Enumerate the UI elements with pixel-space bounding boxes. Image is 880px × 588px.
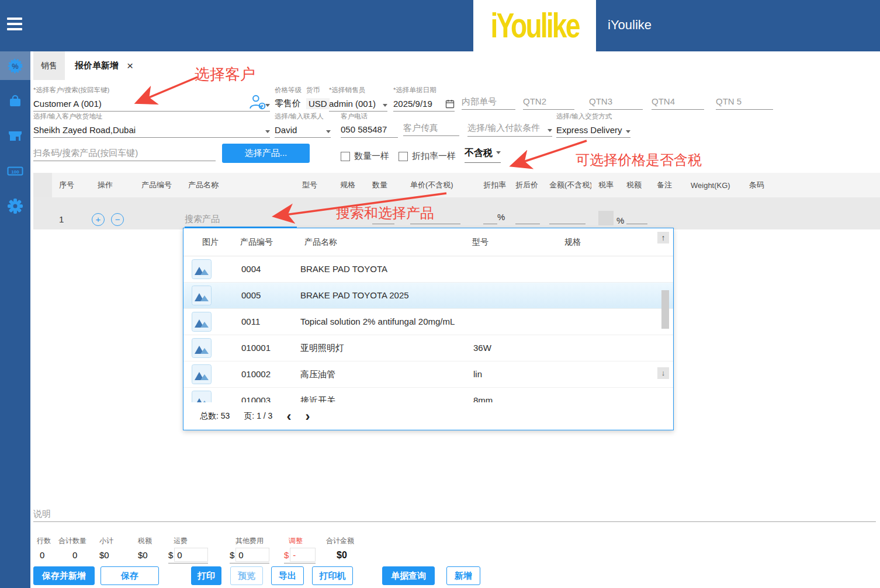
contact-value: David bbox=[275, 125, 297, 135]
picker-row[interactable]: 010002 高压油管 lin bbox=[183, 361, 673, 388]
sidebar-item-finance[interactable]: 100 bbox=[0, 156, 30, 185]
qtn5-input[interactable] bbox=[716, 93, 773, 110]
payment-terms-select[interactable]: 选择/输入付款条件 bbox=[467, 112, 552, 137]
col-remark: 备注 bbox=[650, 180, 684, 190]
internal-no-field[interactable] bbox=[462, 93, 515, 110]
remove-row-button[interactable]: − bbox=[111, 213, 124, 226]
tax-rate-input[interactable] bbox=[598, 211, 614, 225]
stat-value: 0 bbox=[58, 550, 86, 560]
add-customer-button[interactable] bbox=[248, 93, 266, 113]
scrollbar-thumb[interactable] bbox=[661, 290, 669, 329]
qtn4-input[interactable] bbox=[652, 93, 704, 110]
tax-mode-select[interactable]: 不含税 bbox=[465, 147, 501, 163]
product-name: 接近开关 bbox=[300, 395, 335, 402]
annotation-tax-option: 可选择价格是否含税 bbox=[576, 151, 702, 169]
product-image-icon bbox=[192, 259, 212, 281]
sidebar-item-settings[interactable] bbox=[0, 192, 30, 220]
note-input[interactable] bbox=[33, 506, 876, 522]
product-search-input[interactable] bbox=[185, 210, 297, 228]
barcode-scan-input[interactable] bbox=[33, 145, 216, 161]
document-query-button[interactable]: 单据查询 bbox=[382, 566, 435, 585]
currency-sign: $ bbox=[284, 550, 289, 560]
contact-select[interactable]: 选择/输入联系人 David bbox=[275, 112, 331, 138]
save-button[interactable]: 保存 bbox=[101, 566, 159, 585]
stat-value: 0 bbox=[37, 550, 51, 560]
top-header: iYoulike iYoulike bbox=[0, 0, 880, 51]
col-product-name: 产品名称 bbox=[181, 180, 295, 190]
salesman-select[interactable]: *选择销售员 admin (001) bbox=[329, 86, 387, 112]
row-tax-amount bbox=[619, 211, 650, 229]
qtn4-field[interactable] bbox=[652, 93, 704, 110]
other-fee-input[interactable] bbox=[235, 548, 269, 562]
export-button[interactable]: 导出 bbox=[271, 566, 304, 585]
discount-same-checkbox[interactable] bbox=[399, 152, 408, 161]
delivery-method-select[interactable]: 选择/输入交货方式 Express Delivery bbox=[556, 112, 630, 138]
picker-row[interactable]: 010001 亚明照明灯 36W bbox=[183, 335, 673, 361]
printer-button[interactable]: 打印机 bbox=[312, 566, 353, 585]
stat-adjustment: 调整 $ bbox=[284, 536, 316, 563]
qtn3-field[interactable] bbox=[589, 93, 643, 110]
amount-input[interactable] bbox=[549, 211, 585, 224]
picker-col-image: 图片 bbox=[202, 237, 219, 248]
qtn5-field[interactable] bbox=[716, 93, 773, 110]
sidebar: % 100 bbox=[0, 51, 30, 588]
picker-row[interactable]: 010003 接近开关 8mm bbox=[183, 388, 673, 402]
salesman-value: admin (001) bbox=[329, 99, 376, 109]
barcode-scan-field[interactable] bbox=[33, 145, 216, 161]
preview-button[interactable]: 预览 bbox=[230, 566, 263, 585]
col-amount: 金额(不含税) bbox=[542, 180, 591, 190]
new-button[interactable]: 新增 bbox=[446, 566, 480, 585]
fax-field[interactable] bbox=[403, 120, 459, 136]
close-icon[interactable]: × bbox=[127, 60, 133, 71]
discount-rate-input[interactable] bbox=[483, 211, 497, 224]
address-value: Sheikh Zayed Road,Dubai bbox=[33, 125, 136, 135]
product-image-icon bbox=[192, 312, 212, 333]
product-name: BRAKE PAD TOYOTA bbox=[300, 264, 387, 274]
qtn3-input[interactable] bbox=[589, 93, 643, 110]
customer-select[interactable]: *选择客户/搜索(按回车键) Customer A (001) bbox=[33, 86, 270, 112]
tab-sales[interactable]: 销售 bbox=[33, 51, 65, 80]
prev-page-button[interactable]: ‹ bbox=[286, 409, 291, 423]
svg-text:100: 100 bbox=[11, 169, 19, 174]
stat-line-count: 行数 0 bbox=[37, 536, 51, 560]
tab-quotation-new[interactable]: 报价单新增 × bbox=[70, 51, 138, 80]
save-and-new-button[interactable]: 保存并新增 bbox=[33, 566, 95, 585]
menu-icon[interactable] bbox=[7, 18, 22, 32]
picker-row[interactable]: 0011 Topical solution 2% antifungal 20mg… bbox=[183, 309, 673, 335]
phone-input[interactable]: 客户电话 bbox=[341, 112, 398, 138]
calendar-icon[interactable] bbox=[445, 99, 455, 109]
discounted-price-input[interactable] bbox=[515, 211, 540, 224]
doc-date-label: *选择单据日期 bbox=[393, 86, 455, 95]
adjustment-input[interactable] bbox=[290, 548, 316, 562]
freight-input[interactable] bbox=[174, 548, 208, 562]
picker-row[interactable]: 0004 BRAKE PAD TOYOTA bbox=[183, 256, 673, 283]
internal-no-input[interactable] bbox=[462, 93, 515, 110]
qty-same-checkbox[interactable] bbox=[341, 152, 350, 161]
tax-amount-input[interactable] bbox=[626, 211, 647, 224]
next-page-button[interactable]: › bbox=[305, 409, 310, 423]
stat-label: 合计金额 bbox=[326, 536, 354, 546]
doc-date-picker[interactable]: *选择单据日期 2025/9/19 bbox=[393, 86, 455, 112]
add-row-button[interactable]: + bbox=[92, 213, 105, 226]
note-field[interactable] bbox=[33, 506, 876, 522]
select-product-button[interactable]: 选择产品... bbox=[222, 144, 310, 163]
sidebar-item-purchase[interactable] bbox=[0, 86, 30, 115]
product-name: BRAKE PAD TOYOTA 2025 bbox=[300, 290, 409, 300]
qtn2-field[interactable] bbox=[523, 93, 574, 110]
scroll-up-button[interactable]: ↑ bbox=[657, 232, 669, 243]
sidebar-item-sales[interactable]: % bbox=[0, 51, 30, 80]
phone-field[interactable] bbox=[341, 121, 398, 138]
col-tax-amount: 税额 bbox=[619, 180, 650, 190]
address-select[interactable]: 选择/输入客户收货地址 Sheikh Zayed Road,Dubai bbox=[33, 112, 270, 138]
product-image-icon bbox=[192, 364, 212, 386]
product-name: Topical solution 2% antifungal 20mg/mL bbox=[300, 316, 455, 326]
sidebar-item-store[interactable] bbox=[0, 121, 30, 150]
scroll-down-button[interactable]: ↓ bbox=[657, 367, 669, 379]
qtn2-input[interactable] bbox=[523, 93, 574, 110]
fax-input[interactable] bbox=[403, 120, 459, 136]
picker-row-highlighted[interactable]: 0005 BRAKE PAD TOYOTA 2025 bbox=[183, 283, 673, 309]
stat-label: 小计 bbox=[99, 536, 113, 546]
picker-col-model: 型号 bbox=[472, 237, 488, 248]
row-tax-rate: % bbox=[591, 211, 619, 229]
print-button[interactable]: 打印 bbox=[191, 566, 221, 585]
